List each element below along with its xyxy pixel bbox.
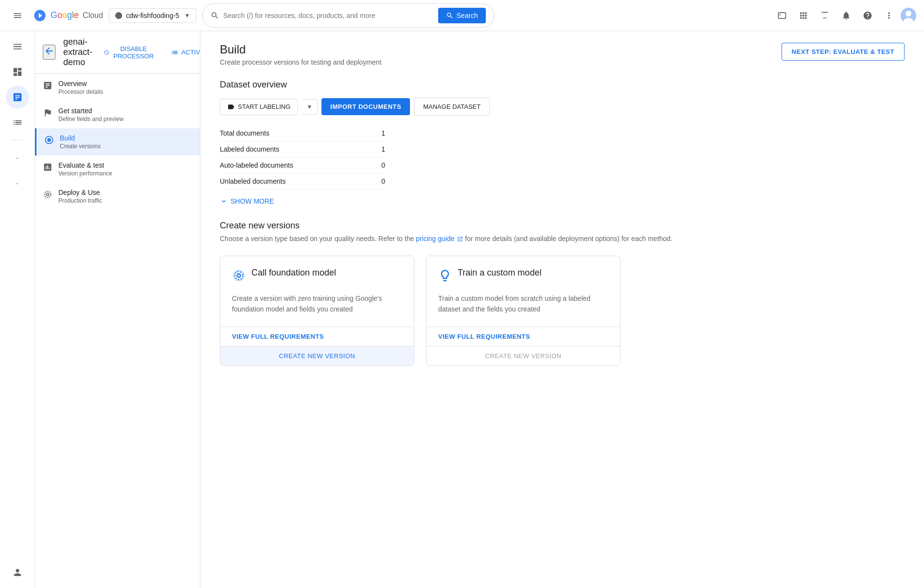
foundation-create-version-button[interactable]: CREATE NEW VERSION (220, 346, 414, 365)
versions-subtitle-text: Choose a version type based on your qual… (220, 235, 414, 242)
versions-subtitle-suffix: for more details (and available deployme… (465, 235, 672, 242)
sidebar-item-deploy[interactable]: Deploy & Use Production traffic (35, 183, 200, 210)
foundation-view-requirements-link[interactable]: VIEW FULL REQUIREMENTS (220, 327, 414, 346)
avatar[interactable] (901, 8, 916, 23)
search-input[interactable] (223, 12, 434, 19)
create-versions-section: Create new versions Choose a version typ… (220, 221, 905, 366)
stat-value-unlabeled: 0 (366, 177, 385, 185)
manage-dataset-button[interactable]: MANAGE DATASET (414, 98, 490, 116)
custom-model-card: Train a custom model Train a custom mode… (426, 256, 621, 366)
foundation-card-title: Call foundation model (251, 268, 336, 278)
more-options-icon[interactable] (879, 6, 899, 25)
next-step-button[interactable]: NEXT STEP: EVALUATE & TEST (782, 43, 905, 61)
help-icon[interactable] (858, 6, 877, 25)
pricing-guide-link[interactable]: pricing guide (416, 235, 465, 242)
activity-icon (171, 49, 178, 56)
rail-person-icon[interactable] (6, 561, 29, 584)
evaluate-title: Evaluate & test (58, 161, 112, 169)
page-title: Build (220, 43, 381, 56)
page-title-section: Build Create processor versions for test… (220, 43, 381, 66)
sidebar: genai-extract-demo DISABLE PROCESSOR ACT… (35, 31, 200, 588)
notifications-icon[interactable] (836, 6, 856, 25)
build-icon (44, 135, 54, 147)
evaluate-subtitle: Version performance (58, 170, 112, 177)
activity-button[interactable]: ACTIVITY (167, 46, 200, 59)
rail-menu-icon[interactable] (6, 35, 29, 58)
stat-value-total: 1 (366, 129, 385, 137)
stat-label-unlabeled: Unlabeled documents (220, 177, 366, 185)
deploy-subtitle: Production traffic (58, 197, 102, 204)
get-started-icon (43, 108, 53, 120)
avatar-image (901, 8, 916, 23)
versions-subtitle: Choose a version type based on your qual… (220, 234, 905, 244)
project-dot-icon (115, 12, 122, 19)
rail-document-ai-icon[interactable] (6, 86, 29, 109)
project-selector[interactable]: cdw-fishfooding-5 ▼ (109, 8, 196, 23)
foundation-card-header: Call foundation model (232, 268, 402, 285)
custom-create-version-button[interactable]: CREATE NEW VERSION (426, 346, 620, 365)
start-labeling-button[interactable]: START LABELING (220, 99, 298, 115)
disable-icon (104, 49, 109, 56)
rail-list-icon[interactable] (6, 111, 29, 134)
sidebar-item-evaluate[interactable]: Evaluate & test Version performance (35, 156, 200, 183)
build-title: Build (60, 134, 101, 142)
hamburger-menu[interactable] (8, 6, 27, 25)
overview-icon (43, 81, 53, 93)
stat-value-labeled: 1 (366, 145, 385, 153)
icon-rail: ● ● (0, 31, 35, 588)
svg-line-4 (105, 51, 108, 54)
main-content: Build Create processor versions for test… (200, 31, 924, 588)
custom-model-icon (438, 269, 452, 285)
stat-label-labeled: Labeled documents (220, 145, 366, 153)
page-header: Build Create processor versions for test… (220, 43, 905, 66)
build-subtitle: Create versions (60, 143, 101, 150)
rail-dot-1: ● (6, 146, 29, 170)
sidebar-item-build[interactable]: Build Create versions (35, 128, 200, 156)
app-layout: ● ● genai-extract-demo DISABLE PROCESSOR… (0, 31, 924, 588)
project-name: cdw-fishfooding-5 (126, 12, 180, 19)
get-started-subtitle: Define fields and preview (58, 116, 124, 122)
svg-point-1 (906, 11, 911, 17)
start-labeling-label: START LABELING (238, 103, 290, 110)
overview-subtitle: Processor details (58, 88, 103, 95)
external-link-icon (457, 236, 463, 242)
stat-value-auto-labeled: 0 (366, 161, 385, 169)
search-button[interactable]: Search (438, 8, 486, 23)
import-documents-button[interactable]: IMPORT DOCUMENTS (321, 98, 410, 115)
search-btn-icon (446, 12, 454, 19)
apps-icon[interactable] (794, 6, 813, 25)
processor-title: genai-extract-demo (63, 37, 92, 68)
pricing-guide-text: pricing guide (416, 235, 454, 242)
monitor-icon[interactable] (815, 6, 835, 25)
disable-processor-button[interactable]: DISABLE PROCESSOR (100, 42, 159, 63)
nav-icon-group (772, 6, 916, 25)
overview-title: Overview (58, 80, 103, 87)
sidebar-item-get-started[interactable]: Get started Define fields and preview (35, 101, 200, 128)
version-cards: Call foundation model Create a version w… (220, 256, 905, 366)
dataset-overview-title: Dataset overview (220, 80, 905, 90)
terminal-icon[interactable] (772, 6, 792, 25)
start-labeling-dropdown[interactable]: ▼ (302, 99, 318, 115)
deploy-icon (43, 190, 53, 202)
sidebar-item-overview[interactable]: Overview Processor details (35, 74, 200, 101)
back-button[interactable] (43, 45, 55, 60)
rail-dashboard-icon[interactable] (6, 60, 29, 84)
show-more-button[interactable]: SHOW MORE (220, 197, 905, 205)
stat-label-auto-labeled: Auto-labeled documents (220, 161, 366, 169)
svg-point-6 (45, 191, 51, 197)
cloud-text: Cloud (83, 11, 103, 20)
evaluate-icon (43, 162, 53, 174)
custom-view-requirements-link[interactable]: VIEW FULL REQUIREMENTS (426, 327, 620, 346)
search-bar[interactable]: Search (202, 3, 494, 28)
get-started-title: Get started (58, 107, 124, 115)
stat-row-total: Total documents 1 (220, 125, 385, 141)
foundation-card-footer: VIEW FULL REQUIREMENTS CREATE NEW VERSIO… (220, 327, 414, 365)
custom-card-desc: Train a custom model from scratch using … (438, 293, 608, 315)
foundation-card-body: Call foundation model Create a version w… (220, 256, 414, 327)
custom-card-body: Train a custom model Train a custom mode… (426, 256, 620, 327)
custom-card-header: Train a custom model (438, 268, 608, 285)
sidebar-header: genai-extract-demo DISABLE PROCESSOR ACT… (35, 31, 200, 74)
custom-card-footer: VIEW FULL REQUIREMENTS CREATE NEW VERSIO… (426, 327, 620, 365)
dataset-stats: Total documents 1 Labeled documents 1 Au… (220, 125, 905, 190)
stat-row-unlabeled: Unlabeled documents 0 (220, 173, 385, 190)
